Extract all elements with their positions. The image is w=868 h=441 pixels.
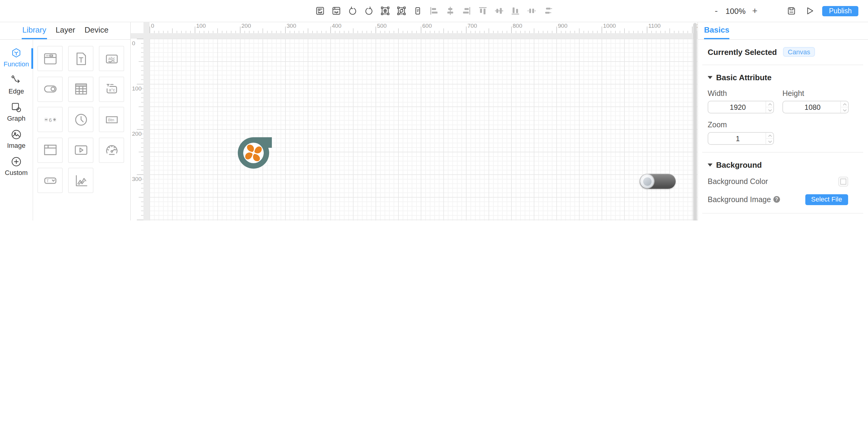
zoom-out-button[interactable]: - xyxy=(712,6,721,16)
rail-item-graph[interactable]: Graph xyxy=(0,101,33,128)
redo-icon xyxy=(364,6,374,16)
redo-button[interactable] xyxy=(362,4,376,18)
reset-canvas-button[interactable] xyxy=(394,4,409,18)
hide-left-panel-button[interactable] xyxy=(313,4,327,18)
section-background[interactable]: Background xyxy=(708,160,848,170)
rail-item-image[interactable]: Image xyxy=(0,128,33,156)
background-image-row: Background Image ? Select File xyxy=(708,194,848,205)
ruler-label: 1100 xyxy=(647,22,692,29)
spin-up-icon xyxy=(766,133,773,138)
align-bottom-button[interactable] xyxy=(508,4,523,18)
save-button[interactable] xyxy=(785,4,798,18)
toggle-switch-widget[interactable] xyxy=(640,174,676,189)
tab-basics[interactable]: Basics xyxy=(704,22,730,39)
fan-pump-widget[interactable] xyxy=(238,135,273,169)
zoom-input[interactable] xyxy=(708,133,773,144)
align-right-button[interactable] xyxy=(459,4,474,18)
rail-item-edge[interactable]: Edge xyxy=(0,74,33,101)
selected-target-badge[interactable]: Canvas xyxy=(783,47,815,57)
zoom-field xyxy=(708,132,774,145)
vertical-scrollbar[interactable] xyxy=(693,23,697,220)
height-spinner[interactable] xyxy=(840,101,848,113)
background-color-swatch[interactable] xyxy=(838,177,848,186)
align-top-icon xyxy=(478,6,488,16)
help-icon[interactable]: ? xyxy=(773,196,780,203)
spin-down-icon xyxy=(841,107,848,113)
left-panel-tabs: Library Layer Device xyxy=(0,22,130,40)
palette-item-line-chart[interactable] xyxy=(68,168,93,193)
palette-item-select[interactable]: T xyxy=(37,168,63,193)
palette-item-window[interactable] xyxy=(37,46,63,71)
undo-icon xyxy=(348,6,358,16)
palette-item-table[interactable] xyxy=(68,76,93,102)
distribute-vertical-button[interactable] xyxy=(541,4,555,18)
zoom-label: Zoom xyxy=(708,121,774,129)
app-window: - 100% + Publish Library Layer Device Fu… xyxy=(0,0,868,220)
hide-right-panel-icon xyxy=(332,6,341,16)
svg-text:T: T xyxy=(46,179,49,183)
palette-item-number-stepper[interactable]: 6 xyxy=(37,107,63,132)
clock-icon xyxy=(73,111,89,127)
design-canvas[interactable] xyxy=(149,39,698,220)
palette-item-video[interactable] xyxy=(68,137,93,163)
width-spinner[interactable] xyxy=(766,101,773,113)
palette-item-frame[interactable] xyxy=(37,137,63,163)
background-color-label: Background Color xyxy=(708,177,768,186)
distribute-vertical-icon xyxy=(543,6,553,16)
align-vertical-center-button[interactable] xyxy=(492,4,506,18)
top-toolbar: - 100% + Publish xyxy=(0,0,868,22)
toggle-switch[interactable] xyxy=(640,174,676,189)
undo-button[interactable] xyxy=(345,4,360,18)
palette-item-switch[interactable] xyxy=(37,76,63,102)
tab-device[interactable]: Device xyxy=(85,22,109,39)
align-horizontal-center-icon xyxy=(445,6,455,16)
switch-icon xyxy=(42,81,58,97)
align-left-icon xyxy=(429,6,439,16)
graph-shapes-icon xyxy=(10,101,22,113)
preview-button[interactable] xyxy=(803,4,816,18)
section-basic-attribute[interactable]: Basic Attribute xyxy=(708,73,848,82)
palette-item-text[interactable] xyxy=(68,46,93,71)
rail-item-function[interactable]: Function xyxy=(0,47,33,74)
tab-layer[interactable]: Layer xyxy=(56,22,75,39)
toggle-knob[interactable] xyxy=(640,174,654,188)
ruler-label: 800 xyxy=(511,22,556,29)
video-player-icon xyxy=(73,142,89,158)
height-input[interactable] xyxy=(783,101,848,113)
play-icon xyxy=(805,6,815,16)
vertical-ruler-labels: 0100200300400500600700800 xyxy=(130,39,144,220)
image-icon xyxy=(10,128,22,141)
frame-window-icon xyxy=(42,142,58,158)
palette-item-button[interactable]: Btn xyxy=(99,107,124,132)
palette-item-clock[interactable] xyxy=(68,107,93,132)
clear-canvas-button[interactable] xyxy=(378,4,393,18)
zoom-spinner[interactable] xyxy=(766,133,773,144)
hide-right-panel-button[interactable] xyxy=(329,4,344,18)
page-config-button[interactable] xyxy=(410,4,425,18)
distribute-horizontal-button[interactable] xyxy=(524,4,539,18)
palette-item-gauge[interactable] xyxy=(99,137,124,163)
width-label: Width xyxy=(708,89,774,98)
align-top-button[interactable] xyxy=(475,4,490,18)
properties-panel-tabs: Basics xyxy=(698,22,868,40)
function-cube-icon xyxy=(10,47,22,59)
width-input[interactable] xyxy=(708,101,773,113)
rail-item-custom[interactable]: Custom xyxy=(0,156,33,183)
ruler-label: 600 xyxy=(421,22,466,29)
select-file-button[interactable]: Select File xyxy=(805,194,848,205)
reset-canvas-icon xyxy=(397,6,406,16)
ruler-label: 900 xyxy=(556,22,601,29)
publish-button[interactable]: Publish xyxy=(823,6,858,16)
tab-library[interactable]: Library xyxy=(22,22,46,39)
zoom-in-button[interactable]: + xyxy=(750,6,760,16)
ruler-label: 300 xyxy=(130,174,144,219)
align-left-button[interactable] xyxy=(427,4,441,18)
spin-down-icon xyxy=(766,107,773,113)
align-horizontal-center-button[interactable] xyxy=(443,4,458,18)
gauge-icon xyxy=(103,142,120,158)
ruler-corner xyxy=(130,22,144,33)
collapse-triangle-icon xyxy=(708,164,712,167)
canvas-viewport[interactable]: 0100200300400500600700800900100011001200… xyxy=(130,22,698,220)
palette-item-temperature-label[interactable]: a°c xyxy=(99,76,124,102)
palette-item-text-label[interactable]: abc xyxy=(99,46,124,71)
